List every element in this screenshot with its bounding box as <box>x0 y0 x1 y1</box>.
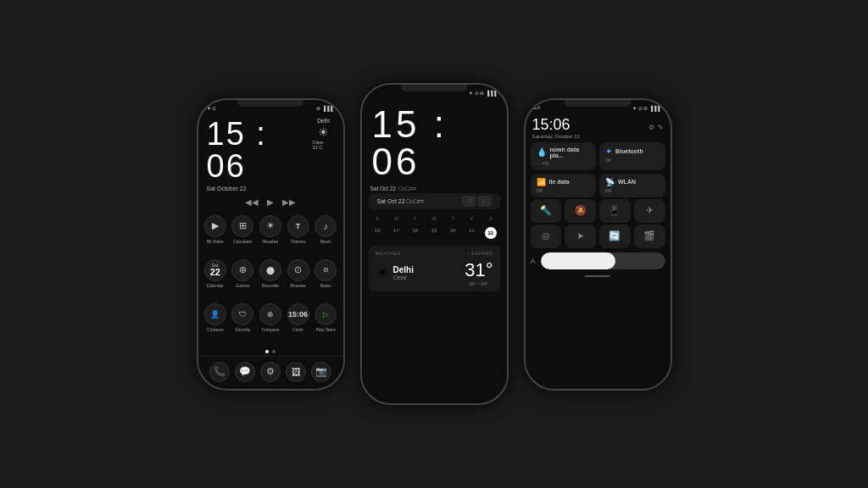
dot-2 <box>272 350 275 353</box>
cc-tile-wlan[interactable]: 📡 WLAN Off <box>599 174 665 197</box>
calendar-header: Sat Oct 22 □○□== 〈 〉 <box>369 193 500 209</box>
cc-big-tiles-row1: 💧 nown data pla... — MB ✦ Bluetooth On <box>526 141 670 172</box>
dock-messages[interactable]: 💬 <box>235 362 255 382</box>
cc-tile-data-header: 💧 nown data pla... <box>537 147 591 158</box>
app-mi-video[interactable]: ▶ Mi Video <box>203 215 228 256</box>
status-right-1: ⊚ ▐▐ ▌ <box>316 105 334 111</box>
cc-cast[interactable]: 📱 <box>599 199 631 223</box>
app-label-calendar: Calendar <box>207 283 224 288</box>
app-compass[interactable]: ⊕ Compass <box>259 303 283 344</box>
weather-content: ☀ Delhi Clear 31° 20° / 34° <box>376 259 493 286</box>
dock-camera[interactable]: 📷 <box>311 362 331 382</box>
phone-3-screen: EA ✦ ⊙ ⊚ ▐▐ ▌ 15:06 Saturday, October 22… <box>526 100 670 389</box>
cc-tile-data[interactable]: 💧 nown data pla... — MB <box>531 142 597 170</box>
cc-location[interactable]: ➤ <box>565 225 596 248</box>
cal-prev-button[interactable]: 〈 <box>462 196 476 207</box>
cc-small-row1: 🔦 🔕 📱 ✈ <box>526 199 670 225</box>
app-label-themes: Themes <box>291 239 306 244</box>
media-next[interactable]: ▶▶ <box>282 197 296 207</box>
app-label-playstore: Play Store <box>316 327 336 332</box>
cc-tile-bt-status: On <box>605 158 659 163</box>
cc-brightness: A <box>526 250 670 272</box>
app-clock[interactable]: 15:06 Clock <box>286 303 310 344</box>
app-icon-themes: T <box>287 215 309 237</box>
today-cell[interactable]: 22 <box>485 227 497 239</box>
app-recorder[interactable]: ⬤ Recorder <box>259 259 283 300</box>
app-playstore[interactable]: ▷ Play Store <box>314 303 338 344</box>
phone-1-screen: ✦ ⊙ ⊚ ▐▐ ▌ 15 : 06 Delhi ☀ Clear 31°C Sa… <box>198 100 343 389</box>
cc-header: 15:06 Saturday, October 22 ⚙ ✎ <box>526 113 670 141</box>
status-bar-3: EA ✦ ⊙ ⊚ ▐▐ ▌ <box>526 100 670 113</box>
clock-time-1: 15 : 06 <box>207 118 313 182</box>
cc-time: 15:06 <box>532 116 581 134</box>
bottom-indicator <box>585 275 610 277</box>
cc-tile-mobile-data[interactable]: 📶 ile data Off <box>531 174 597 197</box>
status-left-3: EA <box>534 105 541 110</box>
cc-nfc[interactable]: ◎ <box>531 225 562 248</box>
data-icon: 💧 <box>537 147 547 157</box>
cal-week-row: 16 17 18 19 20 21 22 <box>369 225 500 241</box>
cc-flashlight[interactable]: 🔦 <box>531 199 562 223</box>
dot-1 <box>265 350 269 353</box>
app-icon-compass: ⊕ <box>259 303 281 325</box>
app-browser[interactable]: ⊙ Browser <box>286 259 310 300</box>
status-signal-1: ✦ ⊙ <box>207 105 217 111</box>
app-icon-calculator: ⊞ <box>231 215 253 237</box>
bottom-dock: 📞 💬 ⚙ 🖼 📷 <box>198 356 343 389</box>
app-calendar[interactable]: Sat 22 Calendar <box>203 259 228 300</box>
cc-tile-bt-title: Bluetooth <box>615 148 643 154</box>
wlan-icon: 📡 <box>605 178 615 186</box>
cc-tile-mobile-title: ile data <box>549 179 570 185</box>
phone-1: ✦ ⊙ ⊚ ▐▐ ▌ 15 : 06 Delhi ☀ Clear 31°C Sa… <box>197 98 345 391</box>
cc-tile-bluetooth[interactable]: ✦ Bluetooth On <box>599 142 665 170</box>
weather-condition: Clear <box>393 274 414 280</box>
app-games[interactable]: ⊛ Games <box>231 259 255 300</box>
app-grid-1: ▶ Mi Video ⊞ Calculator ☀ Weather T Them… <box>198 212 343 347</box>
weather-city-1: Delhi <box>317 118 330 124</box>
app-icon-games: ⊛ <box>231 259 253 281</box>
cc-airplane[interactable]: ✈ <box>634 199 665 223</box>
cc-edit-icon[interactable]: ✎ <box>658 124 664 131</box>
app-icon-recorder: ⬤ <box>259 259 281 281</box>
dock-settings[interactable]: ⚙ <box>260 362 281 382</box>
app-themes[interactable]: T Themes <box>286 215 310 256</box>
app-security[interactable]: 🛡 Security <box>231 303 255 344</box>
dock-gallery[interactable]: 🖼 <box>286 362 306 382</box>
app-icon-contacts: 👤 <box>204 303 226 325</box>
media-play[interactable]: ▶ <box>267 197 274 207</box>
app-weather[interactable]: ☀ Weather <box>259 215 283 256</box>
app-label-mi-video: Mi Video <box>207 239 223 244</box>
cc-tile-wlan-header: 📡 WLAN <box>605 178 659 186</box>
phone2-date-row: Sat Oct 22 □○□== <box>362 186 507 193</box>
app-label-calculator: Calculator <box>233 239 253 244</box>
app-icon-playstore: ▷ <box>314 303 337 325</box>
cal-next-button[interactable]: 〉 <box>478 196 492 207</box>
status-bar-1: ✦ ⊙ ⊚ ▐▐ ▌ <box>198 100 343 113</box>
status-right-2: ✦ ⊙ ⊚ ▐▐ ▌ <box>469 90 498 96</box>
moon-icon: □○□== <box>398 186 416 191</box>
page-dots <box>198 347 343 356</box>
cal-month-text: Sat Oct 22 □○□== <box>377 198 425 204</box>
app-label-notes: Notes <box>320 283 331 288</box>
app-calculator[interactable]: ⊞ Calculator <box>231 215 255 256</box>
app-notes[interactable]: ⊘ Notes <box>314 259 338 300</box>
cc-rotate[interactable]: 🔄 <box>599 225 631 248</box>
brightness-slider[interactable] <box>541 252 665 269</box>
cc-tile-mobile-header: 📶 ile data <box>537 178 591 186</box>
app-icon-clock: 15:06 <box>287 303 309 325</box>
media-prev[interactable]: ◀◀ <box>245 197 259 207</box>
app-label-compass: Compass <box>261 327 279 332</box>
weather-widget-1: Delhi ☀ Clear 31°C <box>313 118 335 150</box>
dock-phone[interactable]: 📞 <box>209 362 230 382</box>
cc-settings-icon[interactable]: ⚙ <box>648 124 654 131</box>
cc-tile-wlan-title: WLAN <box>618 179 636 185</box>
app-label-weather: Weather <box>263 239 279 244</box>
app-contacts[interactable]: 👤 Contacts <box>203 303 228 344</box>
cc-dnd[interactable]: 🔕 <box>565 199 596 223</box>
app-music[interactable]: ♪ Music <box>314 215 338 256</box>
bluetooth-icon: ✦ <box>605 147 612 156</box>
cal-nav-group: 〈 〉 <box>462 196 492 207</box>
cc-video[interactable]: 🎬 <box>634 225 665 248</box>
app-label-games: Games <box>236 283 249 288</box>
phone2-clock: 15 : 06 <box>362 97 507 186</box>
